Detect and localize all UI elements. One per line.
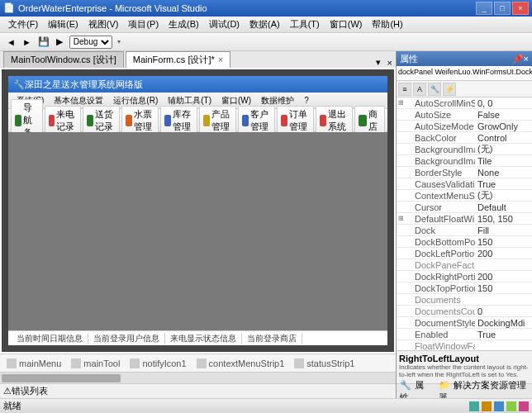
horizontal-scrollbar[interactable] xyxy=(0,372,396,383)
property-value[interactable]: Fill xyxy=(475,225,532,235)
design-toolbar-button[interactable]: 客户管理 xyxy=(238,106,275,135)
tb-save[interactable]: 💾 xyxy=(35,36,53,47)
property-row[interactable]: DockFill xyxy=(397,225,532,236)
property-value[interactable]: DockingMdi xyxy=(475,318,532,328)
designer-surface[interactable]: 🔧 深田之星送水管理系统网络版 系统(S)基本信息设置运行信息(R)辅助工具(T… xyxy=(2,69,394,352)
property-value[interactable]: 0 xyxy=(475,306,532,316)
property-row[interactable]: ⊞DefaultFloatWindowSize150, 150 xyxy=(397,213,532,225)
properties-selector[interactable]: dockPanel WeifenLuo.WinFormsUI.Docking.D… xyxy=(397,66,532,81)
side-tab-solution[interactable]: 📁解决方案资源管理器 xyxy=(435,379,532,399)
component-item[interactable]: mainMenu xyxy=(7,358,61,368)
property-value[interactable]: Tile xyxy=(475,156,532,166)
property-row[interactable]: DockLeftPortion200 xyxy=(397,248,532,259)
property-value[interactable]: 200 xyxy=(475,249,532,259)
config-select[interactable]: Debug xyxy=(69,36,112,49)
design-status-segment[interactable]: 当前登录商店 xyxy=(242,333,302,344)
alphabetical-button[interactable]: A xyxy=(413,83,426,96)
events-button[interactable]: ⚡ xyxy=(443,83,456,96)
panel-close-icon[interactable]: × xyxy=(524,54,529,64)
design-menu-item[interactable]: 窗口(W) xyxy=(216,95,256,107)
property-row[interactable]: AutoSizeModeGrowOnly xyxy=(397,121,532,132)
property-row[interactable]: DockRightPortion200 xyxy=(397,271,532,282)
properties-grid[interactable]: ⊞AutoScrollMinSize0, 0AutoSizeFalseAutoS… xyxy=(397,97,532,350)
design-toolbar-button[interactable]: 订单管理 xyxy=(277,106,314,135)
menu-item[interactable]: 编辑(E) xyxy=(43,18,83,31)
menu-item[interactable]: 文件(F) xyxy=(3,18,43,31)
property-row[interactable]: CursorDefault xyxy=(397,202,532,213)
tab-maintool[interactable]: MainToolWindow.cs [设计] xyxy=(3,51,124,68)
design-toolbar-button[interactable]: 来电记录 xyxy=(45,106,82,135)
tb-fwd[interactable]: ► xyxy=(19,37,35,47)
close-button[interactable]: × xyxy=(512,2,529,15)
property-row[interactable]: FloatWindowFactory xyxy=(397,340,532,350)
property-row[interactable]: ContextMenuStrip(无) xyxy=(397,190,532,202)
tab-mainform[interactable]: MainForm.cs [设计]*× xyxy=(126,51,230,68)
component-item[interactable]: contextMenuStrip1 xyxy=(197,358,285,368)
menu-item[interactable]: 生成(B) xyxy=(164,18,204,31)
property-row[interactable]: DocumentsCount0 xyxy=(397,306,532,317)
design-status-segment[interactable]: 当前登录用户信息 xyxy=(88,333,165,344)
property-value[interactable]: (无) xyxy=(475,189,532,202)
design-toolbar-button[interactable]: 商店 xyxy=(354,106,385,135)
property-row[interactable]: Documents xyxy=(397,294,532,306)
categorized-button[interactable]: ≡ xyxy=(398,83,411,96)
menu-item[interactable]: 数据(A) xyxy=(245,18,285,31)
error-list-tab[interactable]: ⚠ 错误列表 xyxy=(0,383,396,398)
tab-close-icon[interactable]: × xyxy=(218,55,223,64)
design-menu-item[interactable]: ? xyxy=(299,96,314,105)
property-row[interactable]: DocumentStyleDockingMdi xyxy=(397,317,532,329)
design-toolbar-button[interactable]: 送货记录 xyxy=(83,106,120,135)
property-value[interactable]: None xyxy=(475,168,532,178)
panel-pin-icon[interactable]: 📌 xyxy=(512,54,524,64)
property-row[interactable]: DockTopPortion150 xyxy=(397,282,532,294)
property-row[interactable]: BackgroundImage(无) xyxy=(397,144,532,155)
property-value[interactable]: 200 xyxy=(475,272,532,282)
property-value[interactable]: 150, 150 xyxy=(475,214,532,224)
design-menu-item[interactable]: 辅助工具(T) xyxy=(163,95,216,107)
property-row[interactable]: BackgroundImageLayoutTile xyxy=(397,155,532,167)
design-window[interactable]: 🔧 深田之星送水管理系统网络版 系统(S)基本信息设置运行信息(R)辅助工具(T… xyxy=(8,76,387,345)
property-value[interactable]: (无) xyxy=(475,143,532,155)
tab-closeall-icon[interactable]: × xyxy=(384,58,396,68)
menu-item[interactable]: 帮助(H) xyxy=(367,18,407,31)
expand-icon[interactable]: ⊞ xyxy=(397,99,405,107)
property-value[interactable]: True xyxy=(475,330,532,339)
property-row[interactable]: EnabledTrue xyxy=(397,329,532,340)
design-canvas[interactable] xyxy=(8,132,387,330)
menu-item[interactable]: 调试(D) xyxy=(204,18,245,31)
maximize-button[interactable]: □ xyxy=(494,2,511,15)
design-toolbar-button[interactable]: 产品管理 xyxy=(199,106,236,135)
design-status-segment[interactable]: 当前时间日期信息 xyxy=(12,333,88,344)
property-row[interactable]: BorderStyleNone xyxy=(397,167,532,178)
property-row[interactable]: DockBottomPortion150 xyxy=(397,236,532,248)
design-toolbar-button[interactable]: 水票管理 xyxy=(121,106,159,135)
design-toolbar-button[interactable]: 库存管理 xyxy=(160,106,197,135)
menu-item[interactable]: 视图(V) xyxy=(83,18,124,31)
property-value[interactable]: 150 xyxy=(475,237,532,247)
component-item[interactable]: notifyIcon1 xyxy=(130,358,186,368)
property-row[interactable]: CausesValidationTrue xyxy=(397,178,532,190)
tb-back[interactable]: ◄ xyxy=(3,37,19,47)
property-value[interactable]: True xyxy=(475,179,532,189)
design-menu-item[interactable]: 数据维护 xyxy=(256,95,299,107)
property-value[interactable]: Default xyxy=(475,202,532,212)
property-value[interactable]: GrowOnly xyxy=(475,121,532,131)
tab-dropdown-icon[interactable]: ▾ xyxy=(373,57,384,68)
menu-item[interactable]: 项目(P) xyxy=(123,18,164,31)
minimize-button[interactable]: _ xyxy=(476,2,492,15)
props-button[interactable]: 🔧 xyxy=(428,83,441,96)
component-item[interactable]: statusStrip1 xyxy=(294,358,354,368)
component-item[interactable]: mainTool xyxy=(71,358,120,368)
property-row[interactable]: ⊞AutoScrollMinSize0, 0 xyxy=(397,97,532,109)
menu-item[interactable]: 窗口(W) xyxy=(325,18,368,31)
property-row[interactable]: AutoSizeFalse xyxy=(397,109,532,121)
property-value[interactable]: Control xyxy=(475,133,532,143)
tb-run[interactable]: ▶ xyxy=(53,36,66,47)
design-status-segment[interactable]: 来电显示状态信息 xyxy=(165,333,242,344)
property-value[interactable]: 150 xyxy=(475,283,532,293)
design-toolbar-button[interactable]: 退出系统 xyxy=(316,106,353,135)
expand-icon[interactable]: ⊞ xyxy=(397,215,405,222)
design-menu-item[interactable]: 基本信息设置 xyxy=(49,95,108,107)
property-row[interactable]: DockPaneFactory xyxy=(397,259,532,271)
design-menu-item[interactable]: 运行信息(R) xyxy=(108,95,163,107)
